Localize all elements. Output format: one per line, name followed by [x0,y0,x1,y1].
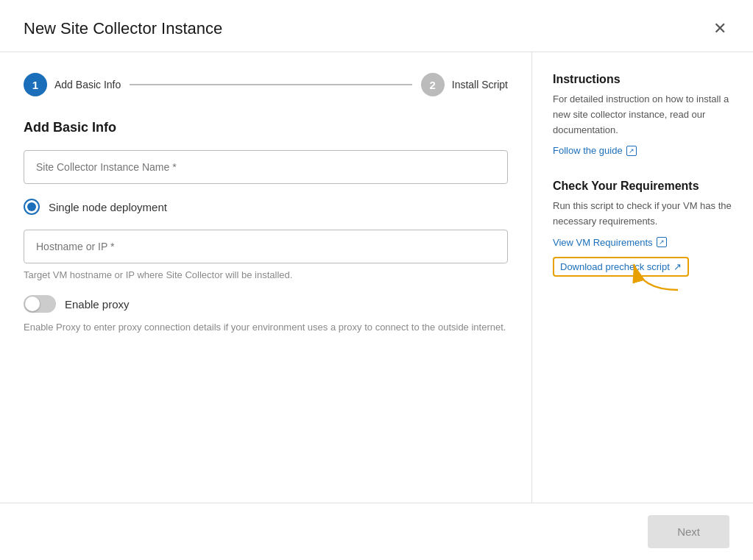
proxy-toggle[interactable] [24,295,56,313]
arrow-annotation: Download precheck script ↗ [553,257,732,277]
enable-proxy-row: Enable proxy [24,295,508,313]
dialog-title: New Site Collector Instance [24,19,222,38]
follow-guide-link[interactable]: Follow the guide ↗ [553,145,637,156]
next-button[interactable]: Next [648,515,729,548]
radio-inner [27,202,36,211]
requirements-title: Check Your Requirements [553,180,732,193]
form-section-title: Add Basic Info [24,120,508,135]
stepper: 1 Add Basic Info 2 Install Script [24,73,508,96]
step-1-label: Add Basic Info [54,79,121,91]
arrow-annotation-svg [626,249,685,294]
dialog-footer: Next [0,503,753,560]
deployment-label: Single node deployment [49,201,167,213]
instance-name-input[interactable] [24,150,508,184]
step-1: 1 Add Basic Info [24,73,121,96]
sidebar: Instructions For detailed instruction on… [532,52,753,503]
hostname-hint: Target VM hostname or IP where Site Coll… [24,269,508,280]
dialog-header: New Site Collector Instance ✕ [0,0,753,52]
external-link-icon-2: ↗ [657,237,667,247]
dialog-body: 1 Add Basic Info 2 Install Script Add Ba… [0,52,753,503]
close-button[interactable]: ✕ [710,18,729,40]
main-content: 1 Add Basic Info 2 Install Script Add Ba… [0,52,532,503]
step-2-label: Install Script [452,79,508,91]
instructions-title: Instructions [553,73,732,86]
single-node-radio-row[interactable]: Single node deployment [24,199,508,215]
external-link-icon: ↗ [626,146,637,156]
new-site-collector-dialog: New Site Collector Instance ✕ 1 Add Basi… [0,0,753,560]
instructions-desc: For detailed instruction on how to insta… [553,92,732,138]
requirements-section: Check Your Requirements Run this script … [553,180,732,277]
step-1-circle: 1 [24,73,47,96]
step-2-circle: 2 [421,73,445,96]
instructions-section: Instructions For detailed instruction on… [553,73,732,159]
proxy-hint: Enable Proxy to enter proxy connection d… [24,320,508,335]
view-vm-requirements-link[interactable]: View VM Requirements ↗ [553,237,667,248]
step-connector [130,84,411,85]
proxy-label: Enable proxy [65,298,130,311]
hostname-input[interactable] [24,230,508,263]
step-2: 2 Install Script [421,73,508,96]
toggle-knob [25,297,40,311]
radio-button[interactable] [24,199,40,215]
requirements-desc: Run this script to check if your VM has … [553,199,732,230]
